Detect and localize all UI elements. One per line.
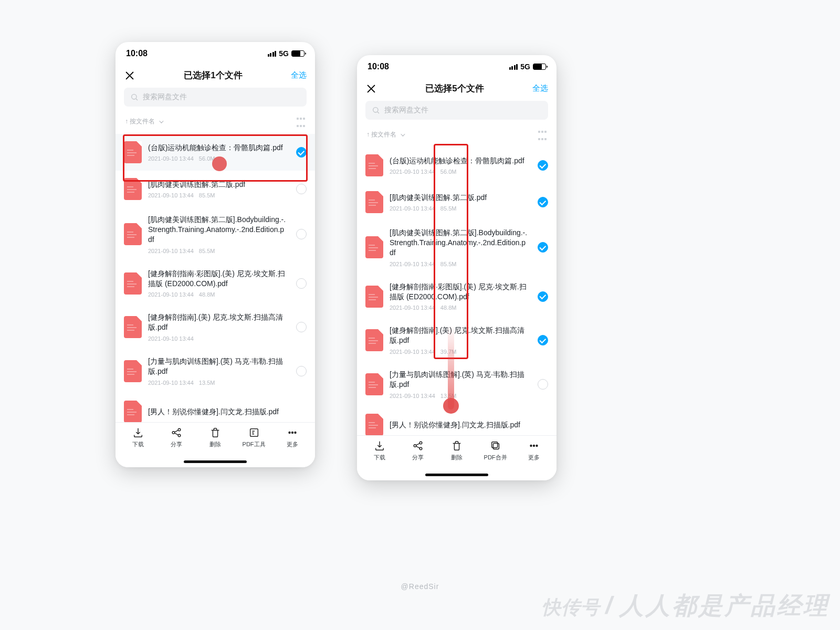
file-name: [肌肉健美训练图解.第二版].Bodybuilding.-.Strength.T… — [390, 228, 528, 258]
svg-point-18 — [536, 445, 538, 447]
status-time: 10:08 — [126, 49, 148, 58]
close-icon[interactable] — [365, 83, 377, 94]
more-button[interactable]: 更多 — [277, 427, 308, 467]
sort-button[interactable]: ↑ 按文件名 — [366, 130, 404, 139]
watermark: 快传号 / 人人都是产品经理 — [542, 590, 830, 622]
pdf-icon — [124, 141, 142, 163]
file-checkbox[interactable] — [296, 278, 307, 289]
view-grid-icon[interactable] — [538, 127, 547, 142]
search-placeholder: 搜索网盘文件 — [143, 92, 187, 102]
search-placeholder: 搜索网盘文件 — [384, 106, 428, 115]
file-row[interactable]: [健身解剖指南].(美) 尼克.埃文斯.扫描高清版.pdf 2021-09-10… — [357, 318, 556, 362]
file-row[interactable]: [健身解剖指南·彩图版].(美) 尼克·埃文斯.扫描版 (ED2000.COM)… — [116, 261, 315, 306]
file-name: [力量与肌肉训练图解].(英) 马克·韦勒.扫描版.pdf — [390, 370, 528, 390]
select-all-button[interactable]: 全选 — [291, 70, 307, 80]
view-grid-icon[interactable] — [296, 114, 306, 129]
file-row[interactable]: (台版)运动机能触诊检查：骨骼肌肉篇.pdf 2021-09-10 13:445… — [116, 134, 315, 171]
file-list: (台版)运动机能触诊检查：骨骼肌肉篇.pdf 2021-09-10 13:445… — [357, 147, 556, 443]
chevron-down-icon — [159, 119, 163, 123]
pdf-icon — [124, 223, 142, 245]
sort-row: ↑ 按文件名 — [116, 112, 315, 134]
select-all-button[interactable]: 全选 — [532, 83, 548, 93]
pdf-icon — [365, 191, 383, 213]
svg-point-7 — [292, 432, 293, 434]
file-checkbox[interactable] — [538, 291, 548, 302]
file-checkbox[interactable] — [296, 184, 307, 194]
search-input[interactable]: 搜索网盘文件 — [365, 101, 548, 120]
file-checkbox[interactable] — [538, 335, 548, 345]
pdf-icon — [124, 272, 142, 295]
sort-button[interactable]: ↑ 按文件名 — [125, 117, 162, 126]
download-button[interactable]: 下载 — [122, 427, 154, 467]
network-label: 5G — [279, 49, 289, 58]
signal-icon — [509, 64, 518, 70]
home-indicator — [425, 474, 488, 476]
file-row[interactable]: [肌肉健美训练图解.第二版.pdf 2021-09-10 13:4485.5M — [357, 184, 556, 220]
svg-line-10 — [377, 112, 379, 113]
file-name: [肌肉健美训练图解.第二版.pdf — [148, 180, 287, 190]
pdf-icon — [124, 316, 142, 338]
nav-header: 已选择1个文件 全选 — [116, 65, 315, 88]
file-row[interactable]: [肌肉健美训练图解.第二版.pdf 2021-09-10 13:4485.5M — [116, 171, 315, 207]
file-row[interactable]: [健身解剖指南].(美) 尼克.埃文斯.扫描高清版.pdf 2021-09-10… — [116, 305, 315, 349]
file-list: (台版)运动机能触诊检查：骨骼肌肉篇.pdf 2021-09-10 13:445… — [116, 134, 315, 430]
author-handle: @ReedSir — [401, 582, 439, 591]
file-checkbox[interactable] — [296, 229, 307, 239]
svg-rect-15 — [491, 442, 497, 448]
file-checkbox[interactable] — [296, 366, 307, 376]
pdf-icon — [365, 414, 383, 436]
file-name: [健身解剖指南·彩图版].(美) 尼克·埃文斯.扫描版 (ED2000.COM)… — [148, 269, 287, 289]
pdf-icon — [365, 329, 383, 351]
signal-icon — [268, 51, 277, 57]
close-icon[interactable] — [124, 70, 135, 81]
pdf-icon — [365, 236, 383, 258]
chevron-down-icon — [401, 132, 405, 136]
network-label: 5G — [520, 62, 530, 71]
file-checkbox[interactable] — [538, 197, 548, 207]
phone-left: 10:08 5G 已选择1个文件 全选 搜索网盘文件 ↑ 按文件名 — [116, 42, 315, 467]
file-name: [力量与肌肉训练图解].(英) 马克·韦勒.扫描版.pdf — [148, 356, 287, 376]
svg-rect-5 — [250, 429, 258, 437]
page-title: 已选择5个文件 — [425, 82, 484, 94]
file-checkbox[interactable] — [538, 160, 548, 171]
svg-line-1 — [136, 99, 138, 100]
file-checkbox[interactable] — [296, 147, 307, 158]
file-row[interactable]: (台版)运动机能触诊检查：骨骼肌肉篇.pdf 2021-09-10 13:445… — [357, 147, 556, 184]
file-name: (台版)运动机能触诊检查：骨骼肌肉篇.pdf — [148, 143, 287, 153]
file-checkbox[interactable] — [538, 242, 548, 253]
file-name: [肌肉健美训练图解.第二版].Bodybuilding.-.Strength.T… — [148, 215, 287, 245]
file-name: (台版)运动机能触诊检查：骨骼肌肉篇.pdf — [390, 156, 528, 166]
file-name: [健身解剖指南·彩图版].(美) 尼克·埃文斯.扫描版 (ED2000.COM)… — [390, 282, 528, 302]
download-button[interactable]: 下载 — [364, 440, 395, 480]
pdf-icon — [365, 286, 383, 308]
file-name: [肌肉健美训练图解.第二版.pdf — [390, 193, 528, 203]
nav-header: 已选择5个文件 全选 — [357, 78, 556, 101]
search-input[interactable]: 搜索网盘文件 — [124, 88, 307, 107]
svg-rect-14 — [493, 443, 499, 449]
file-row[interactable]: [力量与肌肉训练图解].(英) 马克·韦勒.扫描版.pdf 2021-09-10… — [357, 362, 556, 406]
phone-right: 10:08 5G 已选择5个文件 全选 搜索网盘文件 ↑ 按文件名 — [357, 55, 556, 480]
pdf-icon — [124, 178, 142, 200]
status-bar: 10:08 5G — [116, 42, 315, 65]
pdf-icon — [124, 360, 142, 382]
status-time: 10:08 — [368, 62, 389, 71]
file-row[interactable]: [肌肉健美训练图解.第二版].Bodybuilding.-.Strength.T… — [357, 220, 556, 275]
search-icon — [130, 93, 139, 101]
file-name: [健身解剖指南].(美) 尼克.埃文斯.扫描高清版.pdf — [390, 326, 528, 345]
pdf-icon — [365, 154, 383, 176]
svg-point-8 — [295, 432, 296, 434]
status-bar: 10:08 5G — [357, 55, 556, 78]
battery-icon — [533, 64, 546, 70]
file-checkbox[interactable] — [538, 379, 548, 390]
pdf-icon — [365, 373, 383, 395]
file-row[interactable]: [力量与肌肉训练图解].(英) 马克·韦勒.扫描版.pdf 2021-09-10… — [116, 349, 315, 393]
pdf-icon — [124, 401, 142, 423]
more-button[interactable]: 更多 — [518, 440, 550, 480]
file-row[interactable]: [健身解剖指南·彩图版].(美) 尼克·埃文斯.扫描版 (ED2000.COM)… — [357, 275, 556, 319]
svg-point-9 — [373, 108, 378, 112]
file-checkbox[interactable] — [296, 322, 307, 332]
file-name: [男人！别说你懂健身].闫文龙.扫描版.pdf — [148, 407, 303, 417]
file-row[interactable]: [肌肉健美训练图解.第二版].Bodybuilding.-.Strength.T… — [116, 207, 315, 261]
search-icon — [372, 106, 380, 114]
sort-row: ↑ 按文件名 — [357, 125, 556, 147]
